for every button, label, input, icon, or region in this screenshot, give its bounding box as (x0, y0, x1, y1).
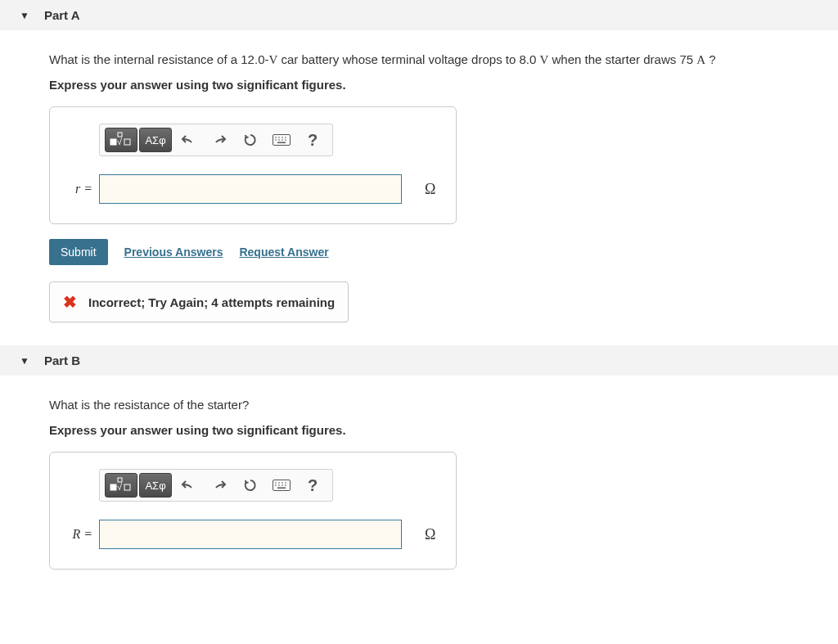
svg-point-10 (278, 139, 280, 141)
unit-label: Ω (425, 181, 435, 198)
svg-point-19 (275, 482, 277, 484)
templates-icon: √ (110, 131, 133, 149)
action-row: Submit Previous Answers Request Answer (49, 239, 789, 265)
redo-icon (212, 479, 227, 492)
feedback-box: ✖ Incorrect; Try Again; 4 attempts remai… (49, 281, 349, 322)
part-a-header[interactable]: ▼ Part A (0, 0, 838, 30)
feedback-text: Incorrect; Try Again; 4 attempts remaini… (88, 295, 335, 309)
redo-icon (212, 133, 227, 146)
variable-label: R = (63, 527, 92, 542)
keyboard-button[interactable] (267, 473, 296, 498)
submit-button[interactable]: Submit (49, 239, 108, 265)
reset-icon (243, 133, 258, 147)
svg-point-24 (278, 484, 280, 486)
svg-rect-27 (277, 488, 286, 489)
templates-button[interactable]: √ (105, 473, 137, 498)
svg-point-12 (285, 139, 286, 141)
part-b-question: What is the resistance of the starter? (49, 395, 789, 415)
answer-input[interactable] (99, 174, 402, 204)
previous-answers-link[interactable]: Previous Answers (124, 245, 223, 259)
incorrect-icon: ✖ (63, 292, 77, 312)
part-b-header[interactable]: ▼ Part B (0, 345, 838, 376)
request-answer-link[interactable]: Request Answer (239, 245, 328, 259)
svg-point-9 (275, 139, 277, 141)
redo-button[interactable] (205, 473, 234, 498)
svg-point-26 (285, 484, 286, 486)
part-a-body: What is the internal resistance of a 12.… (0, 50, 838, 345)
svg-point-8 (285, 137, 286, 138)
undo-button[interactable] (173, 128, 203, 152)
svg-point-23 (275, 484, 277, 486)
svg-point-6 (278, 137, 280, 138)
equation-toolbar: √ ΑΣφ ? (99, 124, 333, 156)
answer-row: r = Ω (63, 174, 443, 204)
equation-toolbar: √ ΑΣφ ? (99, 469, 333, 502)
part-a-instruction: Express your answer using two significan… (49, 78, 789, 92)
svg-point-7 (282, 137, 283, 138)
variable-label: r = (63, 182, 92, 196)
caret-down-icon: ▼ (20, 10, 29, 21)
answer-input[interactable] (99, 520, 402, 549)
part-a-answer-box: √ ΑΣφ ? (49, 106, 457, 224)
help-button[interactable]: ? (298, 473, 327, 498)
answer-row: R = Ω (63, 520, 443, 549)
caret-down-icon: ▼ (20, 355, 29, 367)
undo-icon (181, 479, 196, 492)
reset-button[interactable] (236, 473, 265, 498)
templates-button[interactable]: √ (105, 128, 137, 152)
keyboard-button[interactable] (267, 128, 296, 152)
svg-rect-0 (110, 139, 116, 145)
redo-button[interactable] (205, 128, 234, 152)
svg-rect-17 (124, 484, 130, 490)
svg-point-21 (282, 482, 283, 484)
templates-icon: √ (110, 476, 133, 494)
part-a-question: What is the internal resistance of a 12.… (49, 50, 789, 70)
svg-point-5 (275, 137, 277, 138)
help-button[interactable]: ? (298, 128, 327, 152)
part-b-answer-box: √ ΑΣφ ? (49, 452, 457, 570)
part-a-title: Part A (44, 8, 80, 22)
reset-button[interactable] (236, 128, 265, 152)
undo-icon (181, 133, 196, 146)
svg-rect-3 (124, 139, 130, 145)
svg-text:√: √ (117, 137, 123, 146)
svg-point-22 (285, 482, 286, 484)
svg-point-25 (282, 484, 283, 486)
undo-button[interactable] (173, 473, 203, 498)
keyboard-icon (273, 480, 291, 491)
svg-point-11 (282, 139, 283, 141)
svg-rect-13 (277, 142, 286, 144)
unit-label: Ω (425, 526, 435, 543)
part-b-body: What is the resistance of the starter? E… (0, 395, 838, 607)
part-b-instruction: Express your answer using two significan… (49, 423, 789, 437)
reset-icon (243, 478, 258, 493)
greek-button[interactable]: ΑΣφ (139, 128, 172, 152)
svg-text:√: √ (117, 482, 123, 492)
svg-rect-14 (110, 484, 116, 490)
greek-button[interactable]: ΑΣφ (139, 473, 172, 498)
keyboard-icon (273, 134, 291, 146)
svg-point-20 (278, 482, 280, 484)
part-b-title: Part B (44, 354, 80, 367)
